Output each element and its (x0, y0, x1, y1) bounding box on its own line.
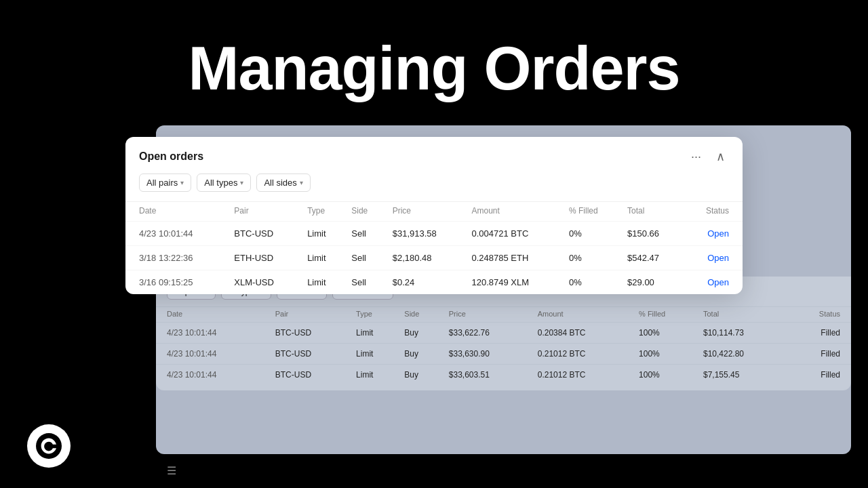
cell-total: $7,155.45 (698, 365, 787, 386)
cell-price: $33,622.76 (443, 323, 532, 344)
filter-sides-button[interactable]: All sides ▾ (256, 174, 310, 192)
fills-table-header-row: Date Pair Type Side Price Amount % Fille… (156, 307, 851, 323)
table-row: 4/23 10:01:44 BTC-USD Limit Buy $33,622.… (156, 323, 851, 344)
table-row: 4/23 10:01:44 BTC-USD Limit Sell $31,913… (125, 222, 743, 246)
cell-total: $150.66 (620, 222, 683, 246)
cell-side: Buy (399, 365, 443, 386)
fills-col-side: Side (399, 307, 443, 323)
cell-price: $2,180.48 (386, 246, 465, 270)
cell-pair: BTC-USD (270, 344, 351, 365)
cell-date: 4/23 10:01:44 (125, 222, 227, 246)
filter-types-label: All types (204, 178, 237, 188)
table-row: 4/23 10:01:44 BTC-USD Limit Buy $33,630.… (156, 344, 851, 365)
col-type: Type (300, 202, 344, 222)
cell-type: Limit (300, 270, 344, 295)
chevron-down-icon: ▾ (240, 179, 243, 186)
cell-pct-filled: 0% (562, 246, 620, 270)
cell-amount: 0.21012 BTC (532, 365, 633, 386)
fills-col-total: Total (698, 307, 787, 323)
fills-col-pair: Pair (270, 307, 351, 323)
cell-pct-filled: 0% (562, 270, 620, 295)
filter-types-button[interactable]: All types ▾ (197, 174, 251, 192)
cell-price: $33,630.90 (443, 344, 532, 365)
cell-pair: XLM-USD (227, 270, 300, 295)
cell-amount: 120.8749 XLM (465, 270, 562, 295)
open-orders-modal: Open orders ··· ∧ All pairs ▾ All types … (125, 137, 743, 294)
fills-col-price: Price (443, 307, 532, 323)
cell-price: $33,603.51 (443, 365, 532, 386)
cell-date: 4/23 10:01:44 (156, 365, 270, 386)
table-row: 4/23 10:01:44 BTC-USD Limit Buy $33,603.… (156, 365, 851, 386)
cell-status: Filled (787, 365, 851, 386)
modal-header: Open orders ··· ∧ (125, 137, 743, 174)
open-orders-table: Date Pair Type Side Price Amount % Fille… (125, 201, 743, 294)
collapse-button[interactable]: ∧ (712, 148, 729, 165)
coinbase-logo (27, 424, 71, 468)
cell-type: Limit (300, 222, 344, 246)
fills-col-amount: Amount (532, 307, 633, 323)
cell-date: 3/16 09:15:25 (125, 270, 227, 295)
chevron-down-icon: ▾ (300, 179, 303, 186)
cell-amount: 0.20384 BTC (532, 323, 633, 344)
table-row: 3/16 09:15:25 XLM-USD Limit Sell $0.24 1… (125, 270, 743, 295)
fills-col-type: Type (351, 307, 399, 323)
col-pair: Pair (227, 202, 300, 222)
col-amount: Amount (465, 202, 562, 222)
cell-pct-filled: 100% (633, 323, 698, 344)
modal-title: Open orders (139, 150, 203, 163)
cell-pair: BTC-USD (270, 365, 351, 386)
cell-status: Filled (787, 323, 851, 344)
col-pct-filled: % Filled (562, 202, 620, 222)
cell-pct-filled: 0% (562, 222, 620, 246)
cell-date: 4/23 10:01:44 (156, 323, 270, 344)
cell-status: Open (683, 270, 743, 295)
cell-amount: 0.21012 BTC (532, 344, 633, 365)
col-date: Date (125, 202, 227, 222)
cell-status: Filled (787, 344, 851, 365)
cell-total: $29.00 (620, 270, 683, 295)
cell-amount: 0.248785 ETH (465, 246, 562, 270)
cell-pct-filled: 100% (633, 344, 698, 365)
cell-date: 4/23 10:01:44 (156, 344, 270, 365)
cell-amount: 0.004721 BTC (465, 222, 562, 246)
cell-side: Buy (399, 323, 443, 344)
chevron-down-icon: ▾ (180, 179, 184, 186)
col-price: Price (386, 202, 465, 222)
svg-point-0 (36, 433, 62, 459)
fills-col-status: Status (787, 307, 851, 323)
cell-price: $31,913.58 (386, 222, 465, 246)
cell-type: Limit (300, 246, 344, 270)
cell-type: Limit (351, 323, 399, 344)
filter-sides-label: All sides (264, 178, 296, 188)
cell-total: $10,422.80 (698, 344, 787, 365)
cell-pair: BTC-USD (270, 323, 351, 344)
cell-price: $0.24 (386, 270, 465, 295)
cell-pair: BTC-USD (227, 222, 300, 246)
modal-header-actions: ··· ∧ (687, 148, 729, 165)
cell-side: Sell (344, 222, 385, 246)
page-title: Managing Orders (0, 34, 868, 104)
cell-total: $542.47 (620, 246, 683, 270)
cell-pct-filled: 100% (633, 365, 698, 386)
col-side: Side (344, 202, 385, 222)
cell-side: Buy (399, 344, 443, 365)
col-total: Total (620, 202, 683, 222)
table-header-row: Date Pair Type Side Price Amount % Fille… (125, 202, 743, 222)
hamburger-icon[interactable]: ☰ (167, 464, 176, 477)
cell-status: Open (683, 222, 743, 246)
cell-side: Sell (344, 246, 385, 270)
filter-pairs-button[interactable]: All pairs ▾ (139, 174, 191, 192)
fills-table: Date Pair Type Side Price Amount % Fille… (156, 306, 851, 385)
cell-type: Limit (351, 365, 399, 386)
cell-total: $10,114.73 (698, 323, 787, 344)
fills-col-pct-filled: % Filled (633, 307, 698, 323)
cell-date: 3/18 13:22:36 (125, 246, 227, 270)
cell-side: Sell (344, 270, 385, 295)
col-status: Status (683, 202, 743, 222)
cell-type: Limit (351, 344, 399, 365)
cell-status: Open (683, 246, 743, 270)
fills-col-date: Date (156, 307, 270, 323)
filter-pairs-label: All pairs (146, 178, 178, 188)
more-options-button[interactable]: ··· (687, 148, 705, 165)
table-row: 3/18 13:22:36 ETH-USD Limit Sell $2,180.… (125, 246, 743, 270)
